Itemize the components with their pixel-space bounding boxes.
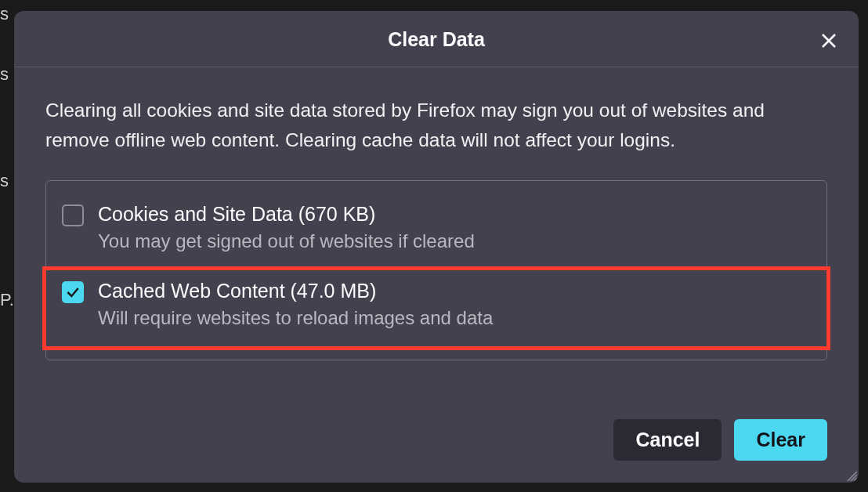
dialog-header: Clear Data <box>14 11 859 67</box>
close-icon <box>819 31 838 50</box>
cancel-button[interactable]: Cancel <box>613 419 722 461</box>
clear-data-dialog: Clear Data Clearing all cookies and site… <box>14 11 859 483</box>
check-icon <box>65 284 81 300</box>
cookies-label: Cookies and Site Data (670 KB) <box>98 203 475 226</box>
dialog-body: Clearing all cookies and site data store… <box>14 67 859 400</box>
cookies-sublabel: You may get signed out of websites if cl… <box>98 230 475 252</box>
option-cache-row[interactable]: Cached Web Content (47.0 MB) Will requir… <box>42 266 830 350</box>
dialog-title: Clear Data <box>388 28 485 51</box>
options-container: Cookies and Site Data (670 KB) You may g… <box>45 180 827 360</box>
option-cookies-text: Cookies and Site Data (670 KB) You may g… <box>98 203 475 252</box>
dialog-description: Clearing all cookies and site data store… <box>45 96 827 155</box>
option-cache-text: Cached Web Content (47.0 MB) Will requir… <box>98 280 493 329</box>
clear-button[interactable]: Clear <box>734 419 827 461</box>
cache-checkbox[interactable] <box>62 281 84 303</box>
background-partial-text: s s s P. <box>0 0 16 492</box>
close-button[interactable] <box>815 27 843 55</box>
resize-grip[interactable] <box>843 467 857 481</box>
cache-label: Cached Web Content (47.0 MB) <box>98 280 493 302</box>
option-cookies-row[interactable]: Cookies and Site Data (670 KB) You may g… <box>46 190 826 266</box>
cache-sublabel: Will require websites to reload images a… <box>98 307 493 329</box>
dialog-footer: Cancel Clear <box>14 400 859 483</box>
cookies-checkbox[interactable] <box>62 204 84 226</box>
